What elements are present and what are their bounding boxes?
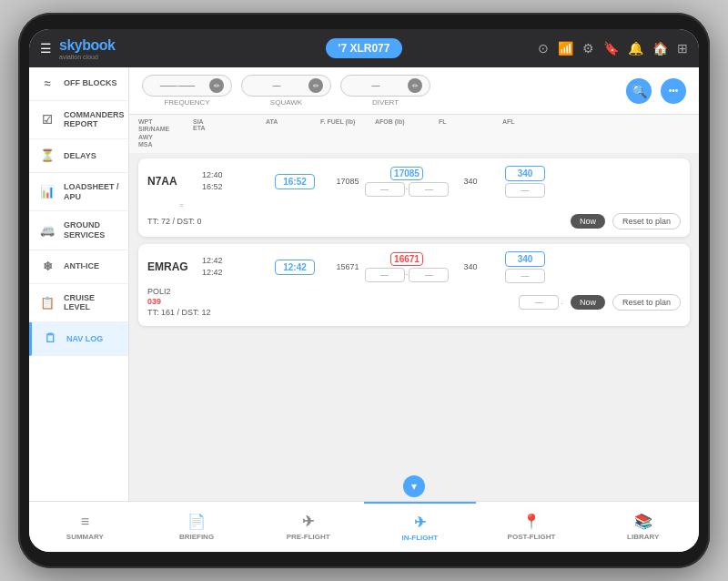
sidebar-label-off-blocks: OFF BLOCKS xyxy=(64,78,117,88)
reset-btn-2[interactable]: Reset to plan xyxy=(612,294,681,311)
squawk-edit-btn[interactable]: ✏ xyxy=(308,78,323,93)
waypoint-2: EMRAG xyxy=(147,260,202,273)
equals-sign-1: = xyxy=(149,201,184,209)
off-blocks-icon: ≈ xyxy=(38,76,56,91)
nav-card-2: EMRAG 12:42 12:42 15671 xyxy=(138,244,690,326)
nav-in-flight[interactable]: ✈ IN-FLIGHT xyxy=(364,502,476,552)
ata-input-2[interactable] xyxy=(275,260,315,275)
sidebar-label-cruise: CRUISE LEVEL xyxy=(64,293,119,313)
controls-bar: ✏ FREQUENCY ✏ SQUAWK ✏ xyxy=(129,67,699,115)
commanders-icon: ☑ xyxy=(38,113,56,127)
afob-2: 16671 — · — xyxy=(375,252,439,282)
afl-2: — xyxy=(502,251,548,283)
col-sia-eta: SIAETA xyxy=(193,118,266,149)
sidebar-item-commanders-report[interactable]: ☑ COMMANDERS REPORT xyxy=(29,101,128,140)
tt-dst-1: TT: 72 / DST: 0 xyxy=(147,217,563,226)
bookmark-icon[interactable]: 🔖 xyxy=(603,41,619,56)
nav-entries: N7AA 12:40 16:52 17085 xyxy=(129,153,699,472)
sidebar-item-cruise[interactable]: 📋 CRUISE LEVEL xyxy=(29,284,128,323)
frequency-label: FREQUENCY xyxy=(164,98,209,107)
sidebar-item-ground[interactable]: 🚐 GROUND SERVICES xyxy=(29,211,128,250)
loadsheet-icon: 📊 xyxy=(38,185,56,199)
logo-name: skybook xyxy=(59,37,115,53)
reset-btn-1[interactable]: Reset to plan xyxy=(612,213,681,229)
header-icons: ⊙ 📶 ⚙ 🔖 🔔 🏠 ⊞ xyxy=(410,41,688,56)
afl-input-2[interactable] xyxy=(505,251,545,267)
expand-button[interactable]: ▾ xyxy=(403,475,425,497)
nav-library[interactable]: 📚 LIBRARY xyxy=(587,502,699,552)
in-flight-label: IN-FLIGHT xyxy=(402,534,439,542)
tablet-screen: ☰ skybook aviation cloud '7 XLR077 ⊙ 📶 ⚙… xyxy=(29,29,699,552)
afl-input-1[interactable] xyxy=(505,166,545,181)
nav-briefing[interactable]: 📄 BRIEFING xyxy=(141,502,253,552)
afob-dash-2[interactable]: — xyxy=(365,268,405,282)
app-header: ☰ skybook aviation cloud '7 XLR077 ⊙ 📶 ⚙… xyxy=(29,29,699,67)
post-flight-icon: 📍 xyxy=(522,513,541,530)
sidebar-label-commanders: COMMANDERS REPORT xyxy=(64,110,125,130)
dot-sep-2a: · xyxy=(406,270,409,280)
sidebar-item-loadsheet[interactable]: 📊 LOADSHEET / APU xyxy=(29,173,128,212)
squawk-pill[interactable]: ✏ xyxy=(241,75,331,97)
sidebar-item-delays[interactable]: ⏳ DELAYS xyxy=(29,139,128,173)
ground-icon: 🚐 xyxy=(38,223,56,238)
ata-input-1[interactable] xyxy=(275,174,315,189)
fl-1: 340 xyxy=(439,177,502,186)
sidebar-label-anti-ice: ANTI-ICE xyxy=(64,261,99,271)
settings-icon[interactable]: ⚙ xyxy=(582,41,594,56)
afob-value-1: 17085 xyxy=(390,167,423,180)
now-btn-1[interactable]: Now xyxy=(571,214,605,229)
sidebar-item-off-blocks[interactable]: ≈ OFF BLOCKS xyxy=(29,67,128,101)
nav-card-2-header: EMRAG 12:42 12:42 15671 xyxy=(147,251,681,283)
afob-dash-1[interactable]: — xyxy=(365,182,405,197)
expand-area: ▾ xyxy=(129,472,699,501)
squawk-input[interactable] xyxy=(249,81,304,90)
pre-flight-label: PRE-FLIGHT xyxy=(287,533,330,541)
col-fuel: F. FUEL (lb) xyxy=(320,118,375,149)
right-panel: ✏ FREQUENCY ✏ SQUAWK ✏ xyxy=(129,67,699,501)
location-icon[interactable]: ⊙ xyxy=(538,41,549,56)
library-label: LIBRARY xyxy=(627,533,659,541)
sidebar-label-ground: GROUND SERVICES xyxy=(64,220,119,240)
briefing-icon: 📄 xyxy=(187,513,206,530)
sidebar-label-delays: DELAYS xyxy=(64,151,96,161)
nav-summary[interactable]: ≡ SUMMARY xyxy=(29,502,141,552)
sidebar-item-nav-log[interactable]: 🗒 NAV LOG xyxy=(29,322,128,356)
col-fl: FL xyxy=(439,118,502,149)
now-btn-2[interactable]: Now xyxy=(571,295,605,310)
equals-row-1: = xyxy=(147,201,681,209)
actual-time-2: 12:42 xyxy=(202,268,223,277)
divert-input[interactable] xyxy=(349,81,403,90)
col-ata: ATA xyxy=(266,118,320,149)
nav-card-1: N7AA 12:40 16:52 17085 xyxy=(138,158,690,237)
squawk-label: SQUAWK xyxy=(270,98,302,107)
nav-pre-flight[interactable]: ✈ PRE-FLIGHT xyxy=(252,502,364,552)
afl-dash-2[interactable]: — xyxy=(505,269,545,283)
frequency-group: ✏ FREQUENCY xyxy=(142,75,232,107)
bottom-nav: ≡ SUMMARY 📄 BRIEFING ✈ PRE-FLIGHT ✈ IN-F… xyxy=(29,501,699,552)
divert-pill[interactable]: ✏ xyxy=(340,75,430,97)
delays-icon: ⏳ xyxy=(38,148,56,163)
tablet-frame: ☰ skybook aviation cloud '7 XLR077 ⊙ 📶 ⚙… xyxy=(18,13,710,568)
more-button[interactable]: ••• xyxy=(661,78,686,104)
divert-edit-btn[interactable]: ✏ xyxy=(408,78,422,93)
home-icon[interactable]: 🏠 xyxy=(652,41,668,56)
dash-area-2: — - xyxy=(519,295,563,310)
afl-dash-1[interactable]: — xyxy=(505,183,545,198)
fl-2: 340 xyxy=(439,262,502,271)
nav-card-1-footer: TT: 72 / DST: 0 Now Reset to plan xyxy=(147,213,681,229)
frequency-pill[interactable]: ✏ xyxy=(142,75,232,97)
frequency-input[interactable] xyxy=(150,81,205,90)
tt-dst-2: TT: 161 / DST: 12 xyxy=(147,308,211,319)
divert-group: ✏ DIVERT xyxy=(340,75,430,107)
flight-badge[interactable]: '7 XLR077 xyxy=(326,38,403,58)
hamburger-icon[interactable]: ☰ xyxy=(40,41,52,56)
grid-icon[interactable]: ⊞ xyxy=(677,41,688,56)
sidebar-item-anti-ice[interactable]: ❄ ANTI-ICE xyxy=(29,250,128,284)
bell-icon[interactable]: 🔔 xyxy=(628,41,643,56)
nav-post-flight[interactable]: 📍 POST-FLIGHT xyxy=(476,502,588,552)
wifi-icon[interactable]: 📶 xyxy=(558,41,573,56)
pre-flight-icon: ✈ xyxy=(302,513,314,530)
afl-1: — xyxy=(502,166,548,198)
search-button[interactable]: 🔍 xyxy=(626,78,652,104)
frequency-edit-btn[interactable]: ✏ xyxy=(209,78,224,93)
